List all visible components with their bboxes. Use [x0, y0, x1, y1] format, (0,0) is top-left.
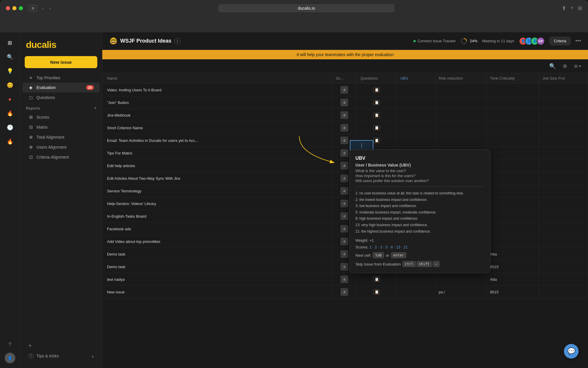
- sidebar-item-tips[interactable]: ? Tips & tricks ▴: [22, 351, 100, 361]
- source-icon[interactable]: d: [340, 86, 348, 94]
- source-icon[interactable]: d: [340, 111, 348, 119]
- back-button[interactable]: ‹: [41, 4, 45, 12]
- source-icon[interactable]: d: [340, 137, 348, 144]
- cell-ubv[interactable]: [397, 273, 435, 286]
- filter-toolbar-button[interactable]: ⊕: [560, 62, 569, 70]
- cell-questions: 📋: [357, 96, 397, 109]
- sidebar-item-users-alignment[interactable]: ⊗ Users Alignment: [22, 142, 100, 152]
- forward-button[interactable]: ›: [48, 4, 52, 12]
- table-container[interactable]: Name So... Questions UBV Risk reduction …: [102, 73, 588, 368]
- table-row[interactable]: Edit help articlesd📋: [102, 159, 588, 172]
- table-row[interactable]: Email: Team Activities in Ducalis for us…: [102, 134, 588, 147]
- nav-bulb-icon[interactable]: 💡: [4, 65, 16, 77]
- source-icon[interactable]: d: [340, 275, 348, 283]
- col-jobsize[interactable]: Job Size Fror: [539, 73, 588, 84]
- nav-grid-icon[interactable]: ⊞: [4, 37, 16, 49]
- sidebar-item-total-alignment[interactable]: ⊕ Total Alignment: [22, 132, 100, 142]
- source-icon[interactable]: d: [340, 212, 348, 220]
- table-row[interactable]: Edit Articles About Two-Way Sync With Ji…: [102, 172, 588, 185]
- view-toggle-button[interactable]: ⊞ ▾: [572, 63, 583, 70]
- more-options-button[interactable]: •••: [575, 38, 581, 44]
- cell-ubv[interactable]: [397, 286, 435, 298]
- source-icon[interactable]: d: [340, 250, 348, 258]
- share-icon[interactable]: ⬆: [562, 5, 566, 11]
- questions-folder-icon[interactable]: 📋: [373, 100, 380, 105]
- nav-fire-icon[interactable]: 🔥: [4, 107, 16, 119]
- table-row[interactable]: Video: Inviting Users To A Boardd📋: [102, 84, 588, 96]
- close-button[interactable]: [6, 6, 10, 10]
- cell-ubv[interactable]: [397, 134, 435, 147]
- criteria-button[interactable]: Criteria: [549, 37, 571, 45]
- cell-ubv[interactable]: [397, 96, 435, 109]
- sidebar-item-matrix[interactable]: ⊟ Matrix: [22, 122, 100, 132]
- sidebar-item-top-priorities[interactable]: ≡ Top Priorities: [22, 73, 100, 83]
- nav-dot-icon[interactable]: ●: [4, 93, 16, 105]
- sidebar-item-questions[interactable]: ◻ Questions: [22, 93, 100, 102]
- maximize-button[interactable]: [19, 6, 23, 10]
- table-row[interactable]: Service Terminologyd📋: [102, 185, 588, 197]
- table-row[interactable]: Short Criterion Named📋: [102, 122, 588, 134]
- table-row[interactable]: Add Video about top prioroititesd📋: [102, 235, 588, 248]
- url-input[interactable]: [218, 4, 395, 12]
- connect-tracker-area[interactable]: Connect Issue Tracker: [413, 39, 456, 43]
- col-risk[interactable]: Risk reduction: [435, 73, 487, 84]
- nav-search-icon[interactable]: 🔍: [4, 51, 16, 63]
- cell-ubv[interactable]: [397, 122, 435, 134]
- ubv-active-cell[interactable]: |: [350, 140, 373, 151]
- col-source[interactable]: So...: [332, 73, 357, 84]
- table-row[interactable]: New issued📋ps:/8515: [102, 286, 588, 298]
- table-row[interactable]: Jira-Webhookd📋: [102, 109, 588, 122]
- source-icon[interactable]: d: [340, 149, 348, 157]
- source-icon[interactable]: d: [340, 187, 348, 195]
- source-icon[interactable]: d: [340, 200, 348, 207]
- source-icon[interactable]: d: [340, 99, 348, 106]
- nav-help-icon[interactable]: ?: [4, 339, 16, 350]
- new-issue-button[interactable]: New issue: [25, 56, 97, 68]
- source-icon[interactable]: d: [340, 124, 348, 132]
- questions-folder-icon[interactable]: 📋: [373, 112, 380, 118]
- add-workspace-button[interactable]: +: [26, 342, 34, 350]
- nav-fire2-icon[interactable]: 🔥: [4, 136, 16, 147]
- source-icon[interactable]: d: [340, 238, 348, 245]
- questions-folder-icon[interactable]: 📋: [373, 138, 380, 143]
- questions-folder-icon[interactable]: 📋: [373, 277, 380, 282]
- table-row[interactable]: Facebook adsd📋: [102, 223, 588, 235]
- cell-risk: ps:/: [435, 286, 487, 298]
- questions-folder-icon[interactable]: 📋: [373, 289, 380, 295]
- source-icon[interactable]: d: [340, 263, 348, 270]
- chat-button[interactable]: 💬: [564, 344, 579, 359]
- new-tab-icon[interactable]: +: [570, 5, 574, 11]
- table-row[interactable]: Tips For Matrixd📋: [102, 147, 588, 159]
- cell-ubv[interactable]: [397, 109, 435, 122]
- minimize-button[interactable]: [12, 6, 16, 10]
- tabs-icon[interactable]: ⊞: [578, 5, 582, 11]
- table-row[interactable]: Demo taskd📋ps:/8515: [102, 261, 588, 273]
- table-row[interactable]: test nadyad📋Atta: [102, 273, 588, 286]
- sidebar-item-evaluation[interactable]: ◈ Evaluation 20: [22, 83, 100, 93]
- reports-section-header[interactable]: Reports ▾: [20, 102, 102, 112]
- table-row[interactable]: In-English-Tasks Boardd📋: [102, 210, 588, 223]
- search-toolbar-button[interactable]: 🔍: [547, 62, 558, 70]
- shortcut-group: ctrl shift →: [402, 261, 440, 267]
- source-icon[interactable]: d: [340, 174, 348, 182]
- cell-ubv[interactable]: [397, 84, 435, 96]
- sidebar-toggle[interactable]: ⊞: [29, 5, 37, 11]
- source-icon[interactable]: d: [340, 288, 348, 296]
- col-ubv[interactable]: UBV: [397, 73, 435, 84]
- col-questions[interactable]: Questions: [357, 73, 397, 84]
- nav-emoji-icon[interactable]: 😊: [4, 79, 16, 91]
- table-row[interactable]: "Join" Buttond📋: [102, 96, 588, 109]
- board-info-button[interactable]: i: [174, 38, 180, 44]
- nav-clock-icon[interactable]: 🕐: [4, 122, 16, 133]
- questions-folder-icon[interactable]: 📋: [373, 87, 380, 93]
- user-avatar[interactable]: 👤: [5, 353, 15, 363]
- source-icon[interactable]: d: [340, 225, 348, 233]
- sidebar-item-criteria-alignment[interactable]: ⊡ Criteria Alignment: [22, 152, 100, 162]
- table-row[interactable]: Demo taskd📋14.5Atta: [102, 248, 588, 261]
- sidebar-item-scores[interactable]: ⊞ Scores: [22, 112, 100, 122]
- col-time[interactable]: Time Criticality: [486, 73, 539, 84]
- table-row[interactable]: Help-Section: Videos' Libraryd📋: [102, 197, 588, 210]
- source-icon[interactable]: d: [340, 162, 348, 169]
- col-name[interactable]: Name: [102, 73, 332, 84]
- questions-folder-icon[interactable]: 📋: [373, 125, 380, 130]
